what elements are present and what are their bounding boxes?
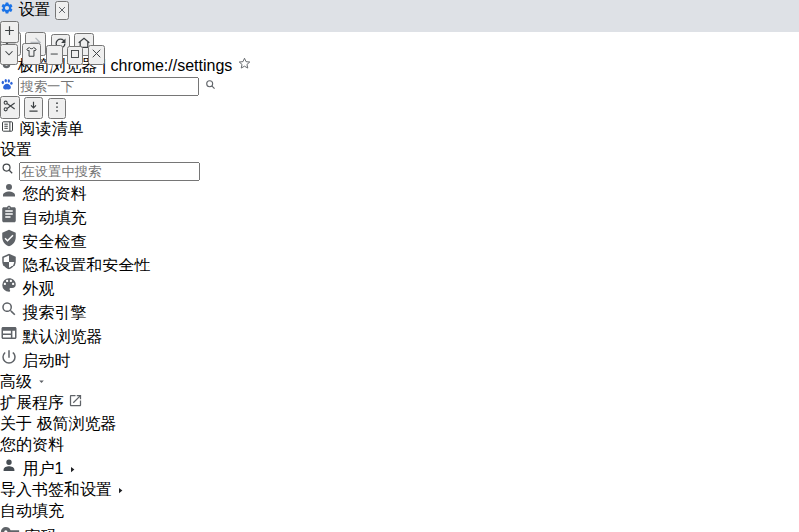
person-icon — [0, 185, 18, 202]
settings-header: 设置 — [0, 140, 799, 181]
appearance-icon — [0, 280, 18, 297]
baidu-search-icon[interactable] — [204, 77, 217, 94]
row-label: 导入书签和设置 — [0, 481, 112, 498]
section-profile: 您的资料 用户1 导入书签和设置 — [0, 435, 799, 501]
sidebar-item-autofill[interactable]: 自动填充 — [0, 205, 799, 229]
tab-close-icon[interactable] — [55, 1, 69, 20]
sidebar-item-appearance[interactable]: 外观 — [0, 276, 799, 300]
baidu-logo-icon — [0, 77, 18, 94]
sidebar-item-safety-check[interactable]: 安全检查 — [0, 229, 799, 253]
profile-card: 用户1 导入书签和设置 — [0, 456, 799, 501]
section-autofill: 自动填充 密码 地址和其他信息 — [0, 501, 799, 532]
search-engine-icon — [0, 304, 18, 321]
sidebar-item-about[interactable]: 关于 极简浏览器 — [0, 414, 799, 435]
safety-check-icon — [0, 233, 18, 250]
subpage-arrow-icon — [68, 460, 77, 477]
sidebar-item-extensions[interactable]: 扩展程序 — [0, 393, 799, 414]
baidu-search-box[interactable] — [0, 77, 799, 96]
settings-content: 您的资料 用户1 导入书签和设置 — [0, 435, 799, 532]
reading-list-button[interactable]: 阅读清单 — [0, 119, 799, 140]
row-label: 用户1 — [22, 460, 63, 477]
baidu-search-input[interactable] — [18, 77, 199, 96]
row-user-profile[interactable]: 用户1 — [0, 456, 799, 480]
tab-strip: 设置 — [0, 0, 799, 32]
bookmarks-bar: 阅读清单 — [0, 119, 799, 140]
sidebar-item-default-browser[interactable]: 默认浏览器 — [0, 324, 799, 348]
sidebar-item-startup[interactable]: 启动时 — [0, 348, 799, 372]
key-icon — [0, 528, 20, 532]
downloads-icon[interactable] — [24, 97, 43, 119]
settings-sidebar: 您的资料 自动填充 安全检查 隐私设置和安全性 外观 搜索引擎 — [0, 181, 799, 435]
section-heading: 您的资料 — [0, 435, 799, 456]
menu-chevron-down-icon[interactable] — [0, 44, 18, 65]
chevron-down-icon — [36, 373, 47, 390]
subpage-arrow-icon — [116, 481, 125, 498]
autofill-icon — [0, 209, 18, 226]
reading-list-icon — [0, 120, 19, 137]
privacy-security-icon — [0, 257, 18, 273]
row-label: 密码 — [24, 528, 56, 532]
kebab-menu-icon[interactable] — [48, 98, 66, 119]
window-controls — [0, 43, 799, 65]
screenshot-scissors-icon[interactable] — [0, 96, 20, 119]
row-passwords[interactable]: 密码 — [0, 522, 799, 532]
sidebar-item-privacy[interactable]: 隐私设置和安全性 — [0, 253, 799, 276]
startup-icon — [0, 352, 18, 369]
tab-settings[interactable]: 设置 — [0, 0, 799, 21]
settings-search-icon — [0, 162, 19, 179]
sidebar-item-search-engine[interactable]: 搜索引擎 — [0, 300, 799, 324]
settings-body: 您的资料 自动填充 安全检查 隐私设置和安全性 外观 搜索引擎 — [0, 181, 799, 532]
autofill-card: 密码 地址和其他信息 — [0, 522, 799, 532]
subpage-arrow-icon — [61, 528, 70, 532]
browser-window: 设置 — [0, 0, 799, 532]
default-browser-icon — [0, 328, 18, 345]
row-import-bookmarks[interactable]: 导入书签和设置 — [0, 480, 799, 501]
open-in-new-icon — [68, 394, 83, 411]
minimize-icon[interactable] — [46, 45, 63, 65]
sidebar-advanced-toggle[interactable]: 高级 — [0, 372, 799, 393]
section-heading: 自动填充 — [0, 501, 799, 522]
sidebar-item-profile[interactable]: 您的资料 — [0, 181, 799, 205]
reading-list-label: 阅读清单 — [19, 120, 83, 137]
theme-shirt-icon[interactable] — [22, 43, 41, 65]
browser-logo — [6, 5, 39, 38]
toolbar-actions — [0, 96, 799, 119]
maximize-icon[interactable] — [67, 46, 83, 65]
settings-search-input[interactable] — [19, 162, 200, 181]
settings-search-field[interactable] — [0, 161, 799, 181]
avatar — [0, 460, 22, 477]
page-title: 设置 — [0, 140, 799, 161]
close-window-icon[interactable] — [88, 45, 105, 65]
